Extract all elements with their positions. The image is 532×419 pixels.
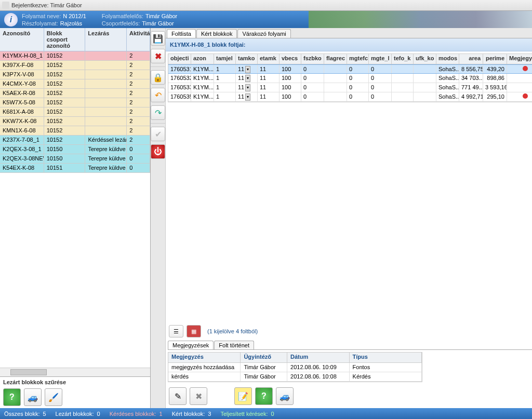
help-button[interactable]: ? xyxy=(3,388,21,406)
grid-col-fszbko[interactable]: fszbko xyxy=(301,54,324,64)
left-col-blokkcsoport[interactable]: Blokk csoport azonoító xyxy=(44,28,86,51)
status-bar: Összes blokk:5 Lezárt blokkok:0 Kérdéses… xyxy=(0,408,532,419)
grid-col-Megjegyzés[interactable]: Megjegyzés xyxy=(507,54,532,64)
notes-grid-body[interactable]: megjegyzés hozzáadásaTimár Gábor2012.08.… xyxy=(168,363,422,382)
tab-kert-blokkok[interactable]: Kért blokkok xyxy=(196,29,237,38)
grid-col-tefo_k[interactable]: tefo_k xyxy=(392,54,414,64)
selection-count: (1 kijelölve 4 foltból) xyxy=(207,328,258,334)
info-icon[interactable]: i xyxy=(4,13,18,26)
grid-col-objecti[interactable]: objecti xyxy=(168,54,191,64)
status-kert-value: 3 xyxy=(208,411,211,417)
left-row[interactable]: K2QEX-3-08_110150Terepre küldve0 xyxy=(0,145,150,154)
group-owner-label: Csoportfelelős: xyxy=(102,20,140,26)
left-row[interactable]: K397X-F-08101522 xyxy=(0,61,150,70)
app-icon xyxy=(2,2,9,9)
lock-icon[interactable]: 🔒 xyxy=(151,70,165,85)
process-name-label: Folyamat neve: xyxy=(22,13,61,19)
notes-row[interactable]: megjegyzés hozzáadásaTimár Gábor2012.08.… xyxy=(168,363,422,372)
left-row[interactable]: K5W7X-5-08101522 xyxy=(0,98,150,107)
filter-caption: Lezárt blokkok szűrése xyxy=(3,379,147,385)
process-name-value: N 2012/1 xyxy=(63,13,86,19)
brush-button[interactable]: 🖌️ xyxy=(45,388,62,406)
grid-col-flagrec[interactable]: flagrec xyxy=(324,54,347,64)
left-row[interactable]: KKW7X-K-08101522 xyxy=(0,117,150,126)
left-row[interactable]: K2QEX-3-08NEW10150Terepre küldve0 xyxy=(0,154,150,164)
grid-col-tamko[interactable]: tamko xyxy=(236,54,258,64)
left-row[interactable]: K4CMX-Y-08101522 xyxy=(0,79,150,89)
grid-col-mgte_l[interactable]: mgte_l xyxy=(369,54,392,64)
edit-note-button[interactable]: ✎ xyxy=(169,387,187,405)
sticky-note-button[interactable]: 📝 xyxy=(234,387,252,405)
panel-title: K1YMX-H-08_1 blokk foltjai: xyxy=(166,38,532,51)
sub-tabs: Megjegyzések Folt történet xyxy=(168,341,532,350)
status-osszes-label: Összes blokk: xyxy=(4,411,39,417)
grid-row[interactable]: 1760531K1YM...111▾11100000SohaS...8 556,… xyxy=(168,64,532,74)
grid-col-modos[interactable]: modos xyxy=(436,54,459,64)
delete-note-button[interactable]: ✖ xyxy=(190,387,207,405)
subtab-folt-tortenet[interactable]: Folt történet xyxy=(214,341,254,349)
grid-col-area[interactable]: area xyxy=(459,54,483,64)
left-row[interactable]: K3P7X-V-08101522 xyxy=(0,70,150,79)
vehicle2-button[interactable]: 🚙 xyxy=(276,387,294,405)
tab-varakozo[interactable]: Várakozó folyami xyxy=(237,29,290,38)
grid-col-tamjel[interactable]: tamjel xyxy=(214,54,236,64)
status-lezart-label: Lezárt blokkok: xyxy=(56,411,94,417)
notes-row[interactable]: kérdésTimár Gábor2012.08.06. 10:08Kérdés xyxy=(168,372,422,382)
bottom-tools: ✎ ✖ 📝 ? 🚙 xyxy=(169,387,532,405)
notes-col-ugyintezo[interactable]: Ügyintéző xyxy=(241,353,287,362)
left-row[interactable]: K54EX-K-0810151Terepre küldve0 xyxy=(0,164,150,173)
status-telj-label: Teljesített kérések: xyxy=(220,411,268,417)
subtab-megjegyzesek[interactable]: Megjegyzések xyxy=(168,341,214,349)
grid-row[interactable]: 1760535K1YM...111▾11100000SohaS...4 992,… xyxy=(168,92,532,102)
grid-col-vbecs[interactable]: vbecs xyxy=(280,54,301,64)
status-osszes-value: 5 xyxy=(43,411,46,417)
left-row[interactable]: K237X-7-08_110152Kérdéssel lezárva2 xyxy=(0,136,150,145)
left-row[interactable]: K1YMX-H-08_1101522 xyxy=(0,51,150,61)
status-kerdes-label: Kérdéses blokkok: xyxy=(110,411,156,417)
power-icon[interactable]: ⏻ xyxy=(151,144,165,159)
undo-icon[interactable]: ↶ xyxy=(151,88,165,102)
notes-col-tipus[interactable]: Típus xyxy=(350,353,422,362)
process-owner-label: Folyamatfelelős: xyxy=(102,13,143,19)
left-row[interactable]: K681X-A-08101522 xyxy=(0,107,150,117)
grid-col-perime[interactable]: perime xyxy=(483,54,507,64)
help2-button[interactable]: ? xyxy=(255,387,273,405)
vehicle-button[interactable]: 🚙 xyxy=(24,388,42,406)
selection-bar: ☰ ▦ (1 kijelölve 4 foltból) xyxy=(169,325,532,337)
spots-grid-header: objectiazontamjeltamkoetamkvbecsfszbkofl… xyxy=(168,54,532,64)
middle-toolbar: 💾 ✖ 🔒 ↶ ↷ ✔ ⏻ xyxy=(151,28,166,408)
grid-row[interactable]: 1760533K1YM...111▾11100000SohaS...771 49… xyxy=(168,83,532,92)
left-row[interactable]: KMN1X-6-08101522 xyxy=(0,126,150,136)
view-grid-icon[interactable]: ▦ xyxy=(187,325,201,337)
status-kert-label: Kért blokkok: xyxy=(172,411,205,417)
process-owner-value: Timár Gábor xyxy=(145,13,177,19)
left-col-azonosito[interactable]: Azonosító xyxy=(0,28,44,51)
left-row[interactable]: K5AEX-R-08101522 xyxy=(0,89,150,98)
spots-grid-body[interactable]: 1760531K1YM...111▾11100000SohaS...8 556,… xyxy=(168,64,532,102)
status-telj-value: 0 xyxy=(271,411,274,417)
notes-col-datum[interactable]: Dátum xyxy=(287,353,350,362)
tab-foltlista[interactable]: Foltlista xyxy=(167,29,196,38)
confirm-icon: ✔ xyxy=(151,127,165,141)
left-filter-panel: Lezárt blokkok szűrése ? 🚙 🖌️ xyxy=(0,376,150,408)
save-icon[interactable]: 💾 xyxy=(151,31,165,46)
delete-icon[interactable]: ✖ xyxy=(151,49,165,63)
subprocess-label: Részfolyamat: xyxy=(22,20,58,26)
group-owner-value: Timár Gábor xyxy=(142,20,174,26)
grid-row[interactable]: 1760532K1YM...111▾11100000SohaS...34 703… xyxy=(168,74,532,83)
left-panel: Azonosító Blokk csoport azonoító Lezárás… xyxy=(0,28,151,408)
left-horizontal-scrollbar[interactable] xyxy=(0,368,150,376)
redo-icon[interactable]: ↷ xyxy=(151,105,165,120)
grid-col-azon[interactable]: azon xyxy=(191,54,214,64)
notes-col-megjegyzes[interactable]: Megjegyzés xyxy=(168,353,241,362)
grid-col-ufk_ko[interactable]: ufk_ko xyxy=(414,54,436,64)
grid-col-etamk[interactable]: etamk xyxy=(258,54,280,64)
window-titlebar: Bejelentkezve: Timár Gábor xyxy=(0,0,532,11)
view-list-icon[interactable]: ☰ xyxy=(169,325,183,337)
grid-col-mgtefc[interactable]: mgtefc xyxy=(347,54,369,64)
left-col-aktivitas[interactable]: Aktivitá xyxy=(127,28,150,51)
header-bar: i Folyamat neve:N 2012/1 Részfolyamat:Ra… xyxy=(0,11,532,28)
top-tabs: Foltlista Kért blokkok Várakozó folyami xyxy=(166,28,532,38)
left-grid-body[interactable]: K1YMX-H-08_1101522K397X-F-08101522K3P7X-… xyxy=(0,51,150,368)
left-col-lezaras[interactable]: Lezárás xyxy=(85,28,127,51)
